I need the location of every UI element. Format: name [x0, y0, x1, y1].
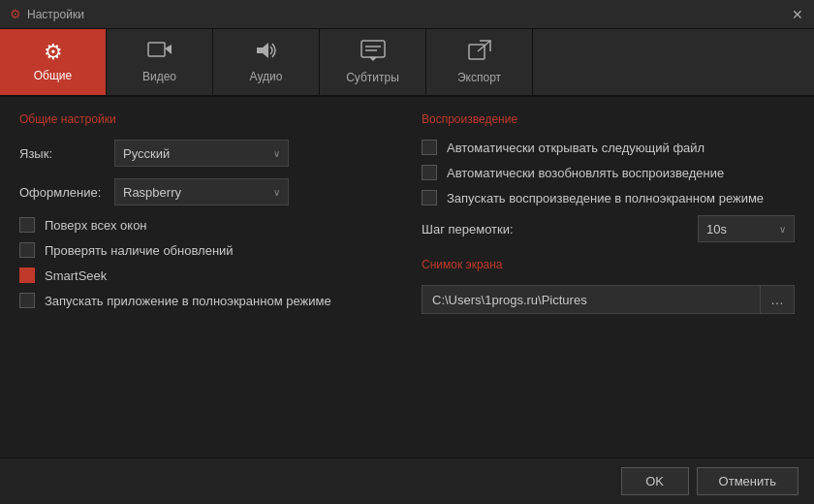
ok-button[interactable]: OK — [621, 467, 689, 495]
language-dropdown-arrow: ∨ — [273, 148, 280, 159]
language-value: Русский — [123, 146, 170, 161]
titlebar-left: ⚙ Настройки — [10, 7, 84, 21]
theme-row: Оформление: Raspberry ∨ — [19, 178, 392, 205]
svg-marker-4 — [369, 57, 377, 61]
tab-export-label: Экспорт — [457, 71, 501, 84]
panel-right: Воспроизведение Автоматически открывать … — [422, 112, 795, 442]
tab-video-label: Видео — [142, 70, 176, 83]
fullscreen-app-row: Запускать приложение в полноэкранном реж… — [19, 293, 392, 308]
auto-next-checkbox[interactable] — [422, 140, 437, 155]
rewind-dropdown[interactable]: 10s ∨ — [698, 215, 795, 242]
updates-label: Проверять наличие обновлений — [45, 243, 234, 258]
theme-dropdown[interactable]: Raspberry ∨ — [114, 178, 289, 205]
fullscreen-app-checkbox[interactable] — [19, 293, 35, 308]
close-button[interactable]: ✕ — [791, 8, 804, 21]
cancel-button[interactable]: Отменить — [697, 467, 798, 495]
svg-rect-0 — [148, 43, 165, 56]
auto-fullscreen-checkbox[interactable] — [422, 190, 437, 205]
smartseek-checkbox[interactable] — [19, 268, 35, 283]
rewind-dropdown-arrow: ∨ — [779, 224, 786, 235]
content-area: Общие настройки Язык: Русский ∨ Оформлен… — [0, 97, 814, 457]
on-top-checkbox[interactable] — [19, 217, 35, 233]
rewind-label: Шаг перемотки: — [422, 222, 690, 236]
auto-resume-row: Автоматически возобновлять воспроизведен… — [422, 165, 795, 180]
tab-subtitles-label: Субтитры — [346, 71, 399, 84]
auto-fullscreen-label: Запускать воспроизведение в полноэкранно… — [447, 191, 764, 205]
svg-rect-3 — [361, 41, 385, 57]
path-row: … — [422, 285, 795, 314]
window-title: Настройки — [27, 8, 84, 21]
theme-value: Raspberry — [123, 185, 181, 200]
panel-left: Общие настройки Язык: Русский ∨ Оформлен… — [19, 112, 392, 442]
updates-checkbox[interactable] — [19, 242, 35, 258]
titlebar: ⚙ Настройки ✕ — [0, 0, 814, 29]
language-row: Язык: Русский ∨ — [19, 140, 392, 167]
tab-video[interactable]: Видео — [107, 29, 213, 95]
auto-fullscreen-row: Запускать воспроизведение в полноэкранно… — [422, 190, 795, 205]
auto-resume-label: Автоматически возобновлять воспроизведен… — [447, 166, 724, 180]
screenshot-section: Снимок экрана … — [422, 258, 795, 314]
auto-next-label: Автоматически открывать следующий файл — [447, 141, 704, 155]
tabs-row: ⚙ Общие Видео Аудио — [0, 29, 814, 97]
rewind-value: 10s — [706, 222, 727, 236]
general-settings-title: Общие настройки — [19, 112, 392, 126]
svg-marker-1 — [165, 45, 172, 54]
on-top-label: Поверх всех окон — [45, 218, 147, 233]
video-tab-icon — [147, 41, 172, 64]
playback-title: Воспроизведение — [422, 112, 795, 126]
tab-general-label: Общие — [34, 69, 72, 82]
auto-next-row: Автоматически открывать следующий файл — [422, 140, 795, 155]
screenshot-title: Снимок экрана — [422, 258, 795, 271]
smartseek-row: SmartSeek — [19, 268, 392, 283]
path-input[interactable] — [422, 285, 761, 314]
svg-marker-2 — [257, 43, 268, 58]
tab-audio[interactable]: Аудио — [213, 29, 320, 95]
auto-resume-checkbox[interactable] — [422, 165, 437, 180]
language-dropdown[interactable]: Русский ∨ — [114, 140, 289, 167]
tab-general[interactable]: ⚙ Общие — [0, 29, 107, 95]
tab-export[interactable]: Экспорт — [426, 29, 533, 95]
theme-dropdown-arrow: ∨ — [273, 187, 280, 198]
export-tab-icon — [468, 40, 491, 65]
updates-row: Проверять наличие обновлений — [19, 242, 392, 258]
audio-tab-icon — [255, 41, 278, 64]
rewind-row: Шаг перемотки: 10s ∨ — [422, 215, 795, 242]
bottom-bar: OK Отменить — [0, 457, 814, 504]
tab-subtitles[interactable]: Субтитры — [320, 29, 426, 95]
fullscreen-app-label: Запускать приложение в полноэкранном реж… — [45, 294, 331, 308]
tab-audio-label: Аудио — [250, 70, 283, 83]
on-top-row: Поверх всех окон — [19, 217, 392, 233]
language-label: Язык: — [19, 146, 107, 161]
theme-label: Оформление: — [19, 185, 107, 200]
subtitles-tab-icon — [360, 40, 386, 65]
browse-button[interactable]: … — [761, 285, 795, 314]
gear-tab-icon: ⚙ — [44, 42, 63, 63]
gear-icon: ⚙ — [10, 7, 21, 21]
smartseek-label: SmartSeek — [45, 268, 107, 283]
